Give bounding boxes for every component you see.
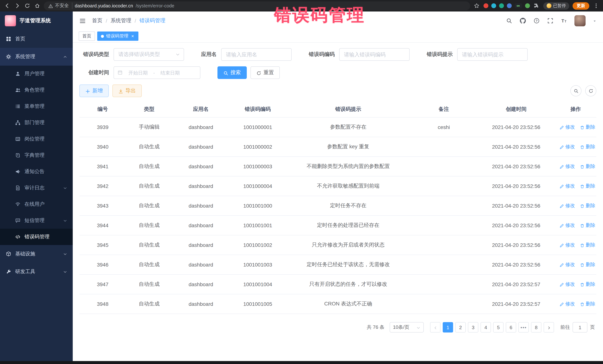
pager-page-2[interactable]: 2 — [455, 322, 466, 332]
browser-home-icon[interactable] — [34, 2, 40, 9]
extension-cyan-icon[interactable] — [491, 3, 496, 8]
extension-green-icon[interactable] — [499, 3, 504, 8]
edit-link[interactable]: 修改 — [560, 202, 575, 209]
edit-link[interactable]: 修改 — [560, 124, 575, 131]
delete-link[interactable]: 删除 — [580, 143, 595, 150]
error-code-input[interactable] — [339, 48, 410, 61]
delete-link[interactable]: 删除 — [580, 202, 595, 209]
sidebar-item-user-management[interactable]: 用户管理 — [0, 66, 73, 82]
edit-link[interactable]: 修改 — [560, 261, 575, 268]
update-button[interactable]: 更新 — [573, 2, 589, 10]
toggle-search-button[interactable] — [570, 85, 581, 96]
delete-link[interactable]: 删除 — [580, 301, 595, 307]
edit-link[interactable]: 修改 — [560, 222, 575, 229]
kebab-menu-icon[interactable] — [593, 2, 599, 9]
extension-blue-icon[interactable] — [507, 3, 511, 8]
pager-next[interactable] — [544, 322, 554, 332]
breadcrumb-system[interactable]: 系统管理 — [111, 17, 131, 24]
sidebar-item-home[interactable]: 首页 — [0, 30, 73, 48]
pager-more[interactable]: ••• — [518, 322, 529, 332]
delete-link[interactable]: 删除 — [580, 242, 595, 248]
page-size-select[interactable]: 10条/页 — [390, 322, 424, 332]
log-icon — [15, 185, 20, 191]
sidebar-collapse-icon[interactable] — [79, 17, 86, 24]
sidebar-item-label: 基础设施 — [15, 251, 35, 257]
pager-page-6[interactable]: 6 — [506, 322, 516, 332]
search-button[interactable]: 搜索 — [218, 66, 247, 79]
reset-button[interactable]: 重置 — [251, 66, 280, 79]
sidebar-item-label: 系统管理 — [15, 53, 35, 60]
puzzle-icon[interactable] — [533, 2, 540, 9]
pager-page-1[interactable]: 1 — [443, 322, 453, 332]
delete-icon — [580, 203, 585, 209]
search-icon[interactable] — [506, 17, 512, 24]
sidebar-item-dev-tools[interactable]: 研发工具 — [0, 263, 73, 281]
refresh-table-button[interactable] — [585, 85, 596, 96]
cell-type: 自动生成 — [126, 276, 173, 293]
sidebar-logo[interactable]: 芋道管理系统 — [0, 11, 73, 30]
help-icon[interactable]: ? — [533, 17, 540, 24]
breadcrumb-home[interactable]: 首页 — [92, 17, 103, 24]
tab-home[interactable]: 首页 — [79, 32, 95, 41]
extension-red-icon[interactable] — [483, 3, 488, 8]
pager-page-8[interactable]: 8 — [531, 322, 541, 332]
extension-leaf-icon[interactable] — [525, 3, 530, 8]
bookmark-star-icon[interactable] — [473, 2, 480, 9]
edit-link[interactable]: 修改 — [560, 301, 575, 307]
sidebar-item-infrastructure[interactable]: 基础设施 — [0, 245, 73, 263]
delete-link[interactable]: 删除 — [580, 281, 595, 288]
sidebar-item-online-user[interactable]: 在线用户 — [0, 196, 73, 212]
browser-back-icon[interactable] — [4, 2, 10, 9]
edit-link[interactable]: 修改 — [560, 183, 575, 189]
browser-reload-icon[interactable] — [24, 2, 30, 9]
menu-list-icon — [15, 104, 20, 109]
delete-link[interactable]: 删除 — [580, 124, 595, 131]
app-name-input[interactable] — [221, 48, 292, 61]
edit-link[interactable]: 修改 — [560, 281, 575, 288]
extension-on-badge[interactable]: on — [514, 3, 522, 8]
sidebar-item-menu-management[interactable]: 菜单管理 — [0, 98, 73, 115]
delete-link[interactable]: 删除 — [580, 222, 595, 229]
chevron-down-icon[interactable] — [593, 19, 597, 23]
delete-link[interactable]: 删除 — [580, 183, 595, 189]
goto-page-input[interactable] — [573, 322, 587, 332]
filter-row-1: 错误码类型 请选择错误码类型 应用名 错误码编码 — [79, 48, 596, 61]
edit-link[interactable]: 修改 — [560, 242, 575, 248]
pager-page-3[interactable]: 3 — [468, 322, 478, 332]
delete-link[interactable]: 删除 — [580, 261, 595, 268]
sidebar-item-post-management[interactable]: 岗位管理 — [0, 131, 73, 147]
sidebar-item-system-management[interactable]: 系统管理 — [0, 48, 73, 66]
sidebar-item-dict-management[interactable]: 字典管理 — [0, 147, 73, 164]
edit-link[interactable]: 修改 — [560, 143, 575, 150]
pager-page-4[interactable]: 4 — [481, 322, 491, 332]
user-icon — [15, 71, 20, 77]
delete-link[interactable]: 删除 — [580, 163, 595, 170]
pager-page-5[interactable]: 5 — [493, 322, 504, 332]
address-bar[interactable]: 不安全 dashboard.yudao.iocoder.cn/system/er… — [44, 1, 470, 10]
error-type-select[interactable]: 请选择错误码类型 — [114, 48, 184, 61]
profile-paused-pill[interactable]: 已暂停 — [543, 2, 569, 10]
sidebar-item-dept-management[interactable]: 部门管理 — [0, 115, 73, 131]
pager-prev[interactable] — [430, 322, 441, 332]
edit-link[interactable]: 修改 — [560, 163, 575, 170]
start-date-input[interactable] — [125, 70, 151, 76]
font-size-icon[interactable]: TT — [561, 17, 567, 24]
fullscreen-icon[interactable] — [547, 17, 554, 24]
sidebar-item-sms-management[interactable]: 短信管理 — [0, 212, 73, 229]
sidebar-item-notice[interactable]: 通知公告 — [0, 164, 73, 180]
sidebar-item-audit-log[interactable]: 审计日志 — [0, 180, 73, 196]
tab-error-code[interactable]: 错误码管理 — [97, 32, 139, 41]
delete-icon — [580, 301, 585, 307]
sidebar-item-error-code-management[interactable]: 错误码管理 — [0, 229, 73, 245]
github-icon[interactable] — [520, 17, 526, 24]
error-hint-input[interactable] — [457, 48, 528, 61]
add-button[interactable]: 新增 — [79, 85, 109, 97]
end-date-input[interactable] — [157, 70, 184, 76]
close-icon[interactable] — [131, 34, 135, 38]
sidebar-item-role-management[interactable]: 角色管理 — [0, 82, 73, 98]
avatar[interactable] — [574, 15, 586, 26]
export-button[interactable]: 导出 — [112, 85, 142, 97]
date-range-picker[interactable]: - — [114, 66, 200, 79]
edit-icon — [560, 262, 564, 267]
browser-forward-icon[interactable] — [14, 2, 20, 9]
